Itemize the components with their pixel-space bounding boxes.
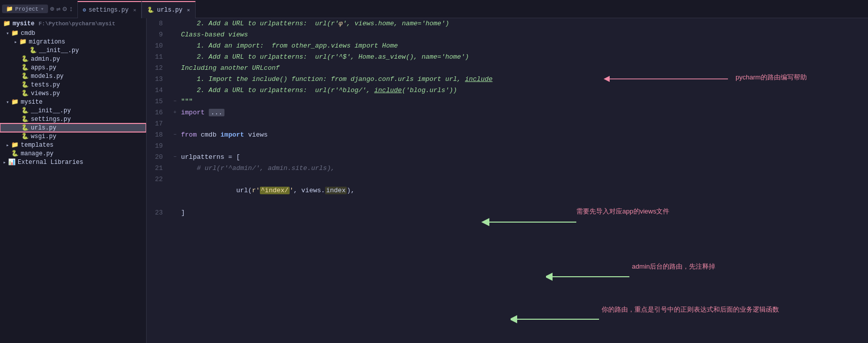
code-line-18: 18 − from cmdb import views [147,130,868,141]
line-content-15: """ [179,96,868,107]
line-content-8: 2. Add a URL to urlpatterns: url(r'φ', v… [179,18,868,29]
urls-close-icon[interactable]: ✕ [187,7,190,13]
tests-label: tests.py [31,81,60,89]
init1-file-icon: 🐍 [29,47,37,54]
toolbar-icon-4[interactable]: ↕ [69,5,73,13]
sidebar-item-init2[interactable]: 🐍 __init__.py [0,106,146,115]
code-line-21: 21 # url(r'^admin/', admin.site.urls), [147,163,868,174]
fold-15[interactable]: − [171,96,179,107]
sidebar-item-views[interactable]: 🐍 views.py [0,89,146,98]
migrations-label: migrations [29,38,65,46]
project-tab[interactable]: 📁 Project ▾ [2,5,48,13]
code-line-16: 16 + import ... [147,107,868,118]
sidebar-item-tests[interactable]: 🐍 tests.py [0,80,146,89]
settings-file-tree-icon: 🐍 [21,115,29,123]
manage-label: manage.py [21,150,54,157]
settings-file-label: settings.py [31,116,71,123]
code-line-9: 9 Class-based views [147,29,868,40]
sidebar-item-templates[interactable]: ▸ 📁 templates [0,141,146,149]
wsgi-file-icon: 🐍 [21,133,29,140]
templates-arrow-icon: ▸ [4,142,11,148]
views-label: views.py [31,90,60,97]
fold-20[interactable]: − [171,152,179,163]
arrow-your-route [511,312,604,327]
toolbar-icon-1[interactable]: ⊕ [50,5,54,13]
apps-file-icon: 🐍 [21,64,29,71]
admin-label: admin.py [31,56,60,63]
sidebar-root: 📁 mysite F:\Python\pycharm\mysit [0,18,146,29]
arrow-admin-comment [546,269,634,284]
tab-settings[interactable]: ⚙ settings.py ✕ [77,1,142,18]
sidebar-item-wsgi[interactable]: 🐍 wsgi.py [0,132,146,141]
fold-16[interactable]: + [171,107,179,118]
code-line-20: 20 − urlpatterns = [ [147,152,868,163]
project-icon: 📁 [6,6,13,12]
mysite-inner-arrow-icon: ▾ [4,99,11,105]
tab-urls[interactable]: 🐍 urls.py ✕ [142,1,195,18]
sidebar-item-migrations[interactable]: ▸ 📁 migrations [0,37,146,46]
admin-file-icon: 🐍 [21,55,29,63]
cmdb-folder-icon: 📁 [11,29,19,37]
project-label: Project [15,6,38,12]
migrations-arrow-icon: ▸ [12,39,19,45]
line-num-12: 12 [147,63,171,74]
init2-label: __init__.py [31,107,71,114]
root-path: F:\Python\pycharm\mysit [38,21,115,27]
templates-label: templates [21,142,54,149]
fold-18[interactable]: − [171,130,179,141]
line-num-10: 10 [147,40,171,52]
views-file-icon: 🐍 [21,90,29,97]
line-content-14: 2. Add a URL to urlpatterns: url(r'^blog… [179,85,868,96]
templates-folder-icon: 📁 [11,141,19,149]
line-content-9: Class-based views [179,29,868,40]
sidebar-item-apps[interactable]: 🐍 apps.py [0,63,146,72]
sidebar-item-urls-file[interactable]: 🐍 urls.py [0,123,146,132]
ext-libs-arrow-icon: ▸ [1,159,8,165]
migrations-folder-icon: 📁 [19,38,27,46]
code-line-22: 22 url(r'^index/', views.index), [147,174,868,207]
sidebar-item-ext-libs[interactable]: ▸ 📊 External Libraries [0,158,146,166]
sidebar-item-mysite-inner[interactable]: ▾ 📁 mysite [0,98,146,106]
tab-bar: 📁 Project ▾ ⊕ ⇌ ⚙ ↕ ⚙ settings.py ✕ 🐍 ur… [0,0,868,18]
sidebar-item-models[interactable]: 🐍 models.py [0,72,146,80]
settings-file-icon: ⚙ [83,7,86,13]
line-num-22: 22 [147,174,171,185]
line-content-12: Including another URLconf [179,63,868,74]
cmdb-arrow-icon: ▾ [4,30,11,36]
line-num-23: 23 [147,207,171,219]
wsgi-label: wsgi.py [31,133,56,140]
code-line-14: 14 2. Add a URL to urlpatterns: url(r'^b… [147,85,868,96]
sidebar-item-manage[interactable]: 🐍 manage.py [0,149,146,158]
code-line-19: 19 [147,141,868,152]
root-label: mysite [13,20,34,27]
toolbar-icon-3[interactable]: ⚙ [63,5,67,13]
main-area: 📁 mysite F:\Python\pycharm\mysit ▾ 📁 cmd… [0,18,868,343]
sidebar: 📁 mysite F:\Python\pycharm\mysit ▾ 📁 cmd… [0,18,147,343]
sidebar-item-init1[interactable]: 🐍 __init__.py [0,46,146,55]
code-line-13: 13 1. Import the include() function: fro… [147,74,868,85]
line-content-18: from cmdb import views [179,130,868,141]
settings-tab-label: settings.py [88,7,128,14]
editor-tabs: ⚙ settings.py ✕ 🐍 urls.py ✕ [77,0,196,18]
sidebar-item-cmdb[interactable]: ▾ 📁 cmdb [0,29,146,37]
sidebar-item-admin[interactable]: 🐍 admin.py [0,55,146,63]
code-editor[interactable]: 8 2. Add a URL to urlpatterns: url(r'φ',… [147,18,868,343]
root-folder-icon: 📁 [3,20,11,27]
line-content-23: ] [179,207,868,219]
models-file-icon: 🐍 [21,72,29,80]
sidebar-item-settings-file[interactable]: 🐍 settings.py [0,115,146,123]
line-num-21: 21 [147,163,171,174]
ext-libs-label: External Libraries [18,159,83,166]
toolbar-icon-2[interactable]: ⇌ [56,5,60,13]
mysite-inner-label: mysite [21,99,42,106]
apps-label: apps.py [31,64,56,71]
line-content-10: 1. Add an import: from other_app.views i… [179,40,868,52]
settings-close-icon[interactable]: ✕ [133,7,136,13]
line-num-14: 14 [147,85,171,96]
project-dropdown-icon: ▾ [40,6,44,12]
cmdb-label: cmdb [21,30,35,37]
line-content-11: 2. Add a URL to urlpatterns: url(r'^$', … [179,52,868,63]
code-line-11: 11 2. Add a URL to urlpatterns: url(r'^$… [147,52,868,63]
line-content-20: urlpatterns = [ [179,152,868,163]
line-num-11: 11 [147,52,171,63]
